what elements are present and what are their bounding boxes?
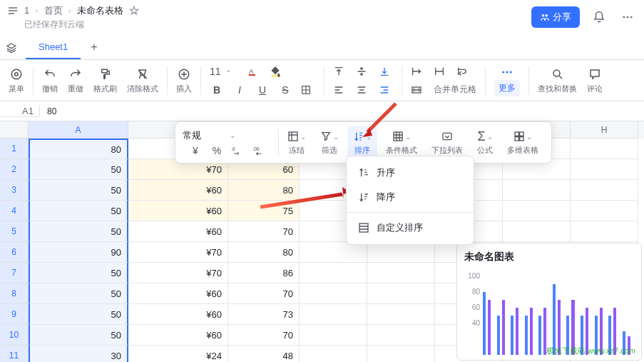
merge-icon[interactable]: [411, 84, 425, 96]
italic-button[interactable]: I: [232, 84, 247, 96]
percent-button[interactable]: %: [210, 145, 224, 156]
layers-icon[interactable]: [6, 42, 26, 59]
wrap-clip-button[interactable]: [434, 66, 448, 77]
valign-bottom-button[interactable]: [379, 66, 393, 77]
cell[interactable]: [300, 263, 367, 283]
valign-top-button[interactable]: [333, 66, 347, 77]
cell[interactable]: [300, 346, 367, 362]
cell[interactable]: [300, 283, 367, 304]
underline-button[interactable]: U: [255, 84, 270, 96]
cell[interactable]: 50: [29, 159, 128, 180]
dec-increase-button[interactable]: .00: [252, 146, 267, 156]
row-header[interactable]: 6: [0, 242, 29, 263]
cell[interactable]: ¥60: [128, 325, 228, 346]
cell[interactable]: [571, 139, 638, 159]
more-icon[interactable]: [618, 8, 637, 26]
breadcrumb-home[interactable]: 首页: [44, 4, 63, 17]
row-header[interactable]: 11: [0, 346, 29, 362]
cell[interactable]: 50: [29, 180, 128, 201]
cell[interactable]: [367, 346, 435, 362]
select-all-corner[interactable]: [0, 121, 29, 139]
row-header[interactable]: 10: [0, 325, 29, 346]
cell[interactable]: 48: [228, 346, 300, 362]
cell[interactable]: [503, 201, 571, 221]
insert-button[interactable]: 插入: [172, 65, 196, 96]
cell[interactable]: [367, 242, 435, 263]
menu-button[interactable]: 菜单: [4, 65, 29, 96]
tab-sheet1[interactable]: Sheet1: [26, 36, 81, 59]
cell[interactable]: [300, 304, 367, 325]
cell[interactable]: 50: [29, 283, 128, 304]
cell[interactable]: [571, 180, 638, 201]
align-right-button[interactable]: [379, 84, 393, 96]
cell[interactable]: 50: [29, 325, 128, 346]
cell[interactable]: [367, 283, 435, 304]
breadcrumb-back[interactable]: 1: [24, 5, 29, 16]
more-button[interactable]: 更多: [490, 63, 524, 98]
cell[interactable]: 90: [29, 242, 128, 263]
strike-button[interactable]: S: [278, 84, 292, 96]
cell[interactable]: [300, 242, 367, 263]
share-button[interactable]: 分享: [531, 6, 580, 28]
row-header[interactable]: 2: [0, 159, 29, 180]
format-painter-button[interactable]: 格式刷: [89, 65, 121, 96]
cell-reference[interactable]: A1: [0, 106, 40, 117]
cell[interactable]: 86: [228, 263, 300, 283]
cell[interactable]: 73: [228, 304, 300, 325]
freeze-button[interactable]: ⌄ 冻结: [282, 126, 312, 159]
cell[interactable]: ¥60: [128, 283, 228, 304]
redo-button[interactable]: 重做: [63, 65, 88, 96]
embedded-chart[interactable]: 未命名图表 100806040: [456, 243, 642, 361]
cell[interactable]: ¥60: [128, 201, 228, 221]
cell[interactable]: 50: [29, 263, 128, 283]
menu-toggle-icon[interactable]: [7, 5, 19, 16]
cell[interactable]: [300, 325, 367, 346]
star-icon[interactable]: [129, 6, 139, 16]
formula-button[interactable]: Σ⌄ 公式: [471, 126, 499, 159]
valign-mid-button[interactable]: [356, 66, 370, 77]
breadcrumb-current[interactable]: 未命名表格: [77, 4, 123, 17]
font-color-button[interactable]: A: [247, 66, 261, 77]
dropdown-list-button[interactable]: 下拉列表: [426, 126, 469, 159]
cell[interactable]: 70: [228, 325, 300, 346]
row-header[interactable]: 5: [0, 221, 29, 242]
cell[interactable]: [571, 201, 638, 221]
merge-label[interactable]: 合并单元格: [434, 84, 476, 96]
sort-custom-item[interactable]: 自定义排序: [347, 216, 474, 240]
cell[interactable]: [571, 159, 638, 180]
cell[interactable]: 70: [228, 221, 300, 242]
sort-asc-item[interactable]: 升序: [347, 161, 474, 185]
cell[interactable]: ¥70: [128, 242, 228, 263]
cell[interactable]: [503, 221, 571, 242]
add-tab-button[interactable]: +: [81, 35, 107, 59]
cell[interactable]: [367, 304, 435, 325]
font-size-select[interactable]: 11⌄: [210, 66, 238, 77]
border-button[interactable]: [301, 85, 315, 95]
bell-icon[interactable]: [590, 8, 608, 26]
clear-format-button[interactable]: 清除格式: [123, 65, 163, 96]
cell[interactable]: 80: [228, 180, 300, 201]
cell[interactable]: [367, 263, 435, 283]
align-center-button[interactable]: [356, 84, 370, 96]
col-header-a[interactable]: A: [29, 121, 128, 139]
col-header-h[interactable]: H: [571, 121, 638, 139]
cell[interactable]: ¥60: [128, 180, 228, 201]
fill-color-button[interactable]: [270, 66, 284, 77]
cell-value-input[interactable]: 80: [40, 106, 56, 116]
cell[interactable]: 75: [228, 201, 300, 221]
cell[interactable]: 50: [29, 201, 128, 221]
cond-format-button[interactable]: ⌄ 条件格式: [380, 126, 423, 159]
align-left-button[interactable]: [333, 84, 347, 96]
cell[interactable]: 80: [228, 242, 300, 263]
cell[interactable]: [503, 180, 571, 201]
cell[interactable]: 80: [29, 139, 128, 159]
comment-button[interactable]: 评论: [583, 65, 607, 96]
filter-button[interactable]: ⌄ 筛选: [315, 126, 344, 159]
row-header[interactable]: 9: [0, 304, 29, 325]
wrap-wrap-button[interactable]: [456, 66, 471, 77]
row-header[interactable]: 8: [0, 283, 29, 304]
find-replace-button[interactable]: 查找和替换: [533, 65, 581, 96]
undo-button[interactable]: 撤销: [38, 65, 62, 96]
cell[interactable]: [367, 325, 435, 346]
multitable-button[interactable]: ⌄ 多维表格: [501, 126, 544, 159]
